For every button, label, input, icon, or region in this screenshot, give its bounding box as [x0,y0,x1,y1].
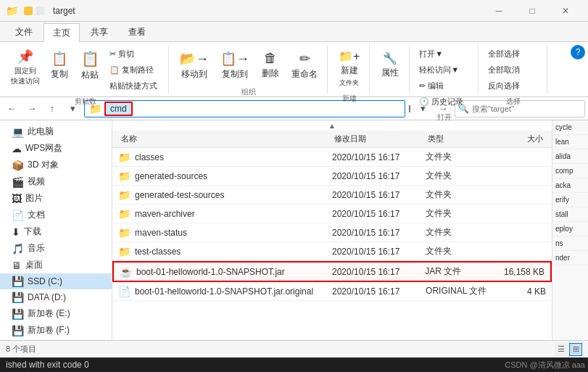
cut-button[interactable]: ✂ 剪切 [106,46,164,62]
easy-access-button[interactable]: 轻松访问▼ [415,62,473,78]
sidebar-item-pc[interactable]: 💻 此电脑 [0,123,112,140]
title-text: target [53,6,476,16]
sort-indicator: ▲ [112,120,552,131]
file-row-maven-archiver[interactable]: 📁 maven-archiver 2020/10/15 16:17 文件夹 [112,204,552,223]
col-header-date[interactable]: 修改日期 [331,133,425,144]
back-button[interactable]: ← [3,100,20,117]
right-panel-item-0: cycle [552,120,588,135]
status-bar: 8 个项目 ☰ ⊞ [0,340,588,357]
sidebar-pictures-label: 图片 [25,192,43,204]
col-header-name[interactable]: 名称 [118,133,331,144]
file-type-gen-test-src: 文件夹 [426,189,492,201]
sidebar-item-video[interactable]: 🎬 视频 [0,173,112,190]
file-date-gen-test-src: 2020/10/15 16:17 [332,190,426,200]
sidebar-downloads-label: 下载 [24,226,41,238]
paste-shortcut-button[interactable]: 粘贴快捷方式 [106,78,164,94]
select-none-button[interactable]: 全部取消 [484,62,542,78]
right-panel: cycle lean alida comp acka erify stall e… [552,120,588,340]
copy-to-button[interactable]: 📋→ 复制到 [215,46,254,84]
tab-share[interactable]: 共享 [81,22,117,41]
tab-view[interactable]: 查看 [119,22,155,41]
right-panel-item-1: lean [552,135,588,149]
title-icon: 📁 [6,5,18,17]
terminal-text: ished with exit code 0 [6,360,89,370]
documents-icon: 📄 [12,210,24,221]
sidebar-item-wps[interactable]: ☁ WPS网盘 [0,140,112,157]
file-date-jar: 2020/10/15 16:17 [332,267,425,277]
file-type-maven-arch: 文件夹 [426,207,492,220]
move-to-button[interactable]: 📂→ 移动到 [175,46,214,84]
file-row-generated-test-sources[interactable]: 📁 generated-test-sources 2020/10/15 16:1… [112,186,552,204]
select-all-button[interactable]: 全部选择 [484,46,542,62]
sidebar-item-3d[interactable]: 📦 3D 对象 [0,157,112,173]
col-header-size[interactable]: 大小 [492,133,546,144]
sidebar-item-desktop[interactable]: 🖥 桌面 [0,257,112,273]
sidebar-item-pictures[interactable]: 🖼 图片 [0,190,112,207]
right-panel-item-9: nder [552,251,588,265]
history-button[interactable]: 🕐 历史记录 [415,94,473,109]
pin-button[interactable]: 📌 固定到 快速访问 [7,46,44,88]
tab-file[interactable]: 文件 [6,22,42,41]
maximize-button[interactable]: □ [515,0,549,22]
rename-button[interactable]: ✏ 重命名 [286,46,323,84]
sidebar-item-vol-e[interactable]: 💾 新加卷 (E:) [0,305,112,322]
file-date-classes: 2020/10/15 16:17 [332,152,426,162]
list-view-button[interactable]: ☰ [555,343,568,356]
open-button[interactable]: 打开▼ [415,46,473,62]
new-label: 新建 [342,92,357,104]
sidebar-item-documents[interactable]: 📄 文档 [0,207,112,223]
up-button[interactable]: ↑ [44,100,61,117]
minimize-button[interactable]: ─ [482,0,515,22]
file-type-jar-original: ORIGINAL 文件 [426,285,492,297]
delete-button[interactable]: 🗑 删除 [256,46,285,84]
sidebar: 💻 此电脑 ☁ WPS网盘 📦 3D 对象 🎬 视频 🖼 图片 📄 文档 [0,120,112,340]
sidebar-item-vol-f[interactable]: 💾 新加卷 (F:) [0,322,112,339]
file-row-test-classes[interactable]: 📁 test-classes 2020/10/15 16:17 文件夹 [112,242,552,261]
file-name-jar: boot-01-helloworld-1.0-SNAPSHOT.jar [136,267,285,277]
sidebar-vol-e-label: 新加卷 (E:) [28,307,70,320]
sidebar-item-music[interactable]: 🎵 音乐 [0,240,112,257]
copy-button[interactable]: 📋 复制 [45,46,74,84]
paste-button[interactable]: 📋 粘贴 [75,46,104,84]
view-toggle-icons: ☰ ⊞ [555,343,582,356]
sidebar-item-data-d[interactable]: 💾 DATA (D:) [0,289,112,305]
tab-home[interactable]: 主页 [44,23,80,42]
address-input-wrapper[interactable]: 📁 cmd [84,100,405,117]
detail-view-button[interactable]: ⊞ [569,343,582,356]
copy-path-button[interactable]: 📋 复制路径 [106,62,164,78]
file-row-classes[interactable]: 📁 classes 2020/10/15 16:17 文件夹 [112,148,552,167]
file-row-jar[interactable]: ☕ boot-01-helloworld-1.0-SNAPSHOT.jar 20… [112,261,552,282]
right-panel-item-2: alida [552,149,588,164]
ssd-c-icon: 💾 [12,276,24,287]
sidebar-desktop-label: 桌面 [25,259,43,271]
ribbon-group-open: 打开▼ 轻松访问▼ ✏ 编辑 🕐 历史记录 打开 [411,45,479,94]
file-date-maven-status: 2020/10/15 16:17 [332,228,426,238]
properties-button[interactable]: 🔧 属性 [376,46,405,84]
file-row-generated-sources[interactable]: 📁 generated-sources 2020/10/15 16:17 文件夹 [112,167,552,186]
file-type-classes: 文件夹 [426,151,492,163]
select-label: 选择 [506,95,521,107]
sidebar-3d-label: 3D 对象 [28,159,59,171]
downloads-icon: ⬇ [12,226,20,238]
jar-icon: ☕ [120,266,132,278]
right-panel-item-5: erify [552,193,588,207]
invert-select-button[interactable]: 反向选择 [484,78,542,94]
edit-button[interactable]: ✏ 编辑 [415,78,473,94]
sidebar-vol-f-label: 新加卷 (F:) [28,324,70,336]
help-button[interactable]: ? [571,45,585,59]
search-input[interactable] [472,104,581,113]
help-area: ? [571,45,585,59]
file-row-jar-original[interactable]: 📄 boot-01-helloworld-1.0-SNAPSHOT.jar.or… [112,282,552,301]
file-type-test-cls: 文件夹 [426,245,492,257]
file-row-maven-status[interactable]: 📁 maven-status 2020/10/15 16:17 文件夹 [112,223,552,242]
forward-button[interactable]: → [23,100,41,117]
col-header-type[interactable]: 类型 [425,133,492,144]
file-name-gen-src: generated-sources [135,171,207,181]
close-button[interactable]: ✕ [549,0,582,22]
sidebar-item-downloads[interactable]: ⬇ 下载 [0,223,112,240]
new-folder-button[interactable]: 📁+ 新建 文件夹 [334,46,365,91]
pictures-icon: 🖼 [12,193,22,204]
3d-icon: 📦 [12,160,24,171]
sidebar-pc-label: 此电脑 [28,125,54,138]
sidebar-item-ssd-c[interactable]: 💾 SSD (C:) [0,273,112,289]
